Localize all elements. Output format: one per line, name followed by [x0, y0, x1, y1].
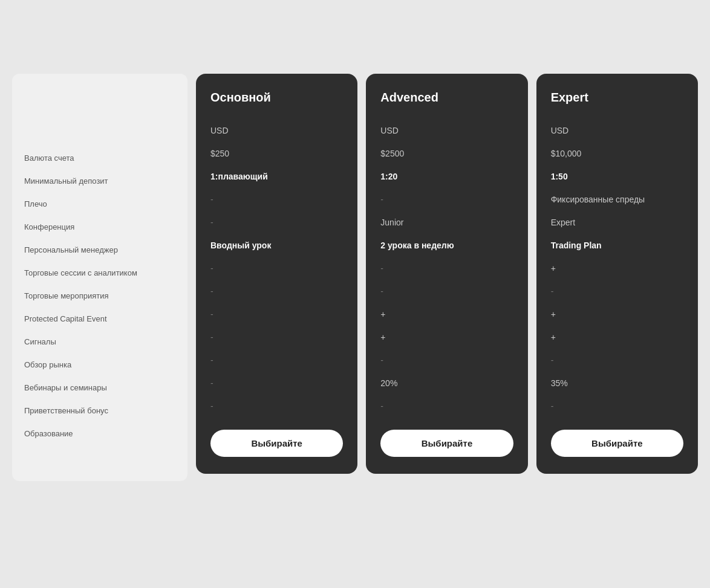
plan-value-advanced-4: Junior: [380, 211, 513, 234]
plan-values-expert: USD$10,0001:50Фиксированные спредыExpert…: [551, 119, 683, 418]
plan-value-advanced-5: 2 урока в неделю: [380, 234, 513, 257]
header: [0, 0, 710, 74]
plan-value-expert-8: +: [551, 303, 683, 326]
feature-label: Приветственный бонус: [24, 399, 175, 422]
plan-values-advanced: USD$25001:20-Junior2 урока в неделю--++-…: [380, 119, 513, 418]
plan-value-expert-6: +: [551, 257, 683, 280]
plan-title-advanced: Advenced: [380, 91, 513, 105]
plan-value-basic-4: -: [210, 211, 343, 234]
feature-label: Сигналы: [24, 330, 175, 353]
plan-value-advanced-1: $2500: [380, 142, 513, 165]
feature-label: Обзор рынка: [24, 353, 175, 376]
plan-value-expert-12: -: [551, 395, 683, 418]
plan-card-expert: ExpertUSD$10,0001:50Фиксированные спреды…: [536, 74, 698, 474]
plan-value-basic-6: -: [210, 257, 343, 280]
feature-label: Образование: [24, 422, 175, 445]
select-button-expert[interactable]: Выбирайте: [551, 430, 683, 457]
plans-list: ОсновнойUSD$2501:плавающий--Вводный урок…: [196, 74, 698, 474]
plan-value-expert-7: -: [551, 280, 683, 303]
plan-value-expert-10: -: [551, 349, 683, 372]
feature-label: Плечо: [24, 192, 175, 215]
plan-value-expert-11: 35%: [551, 372, 683, 395]
plan-value-expert-4: Expert: [551, 211, 683, 234]
feature-label: Вебинары и семинары: [24, 376, 175, 399]
plan-value-basic-1: $250: [210, 142, 343, 165]
plan-value-advanced-8: +: [380, 303, 513, 326]
plan-value-basic-2: 1:плавающий: [210, 165, 343, 188]
plans-container: ОсновнойUSD$2501:плавающий--Вводный урок…: [187, 74, 698, 474]
plan-value-expert-0: USD: [551, 119, 683, 142]
plan-value-basic-12: -: [210, 395, 343, 418]
plan-value-expert-2: 1:50: [551, 165, 683, 188]
feature-label: Конференция: [24, 215, 175, 238]
plan-value-advanced-0: USD: [380, 119, 513, 142]
plan-value-basic-0: USD: [210, 119, 343, 142]
plan-value-advanced-6: -: [380, 257, 513, 280]
features-column: Валюта счетаМинимальный депозитПлечоКонф…: [12, 74, 187, 481]
plan-value-advanced-9: +: [380, 326, 513, 349]
plan-value-advanced-7: -: [380, 280, 513, 303]
plan-value-expert-5: Trading Plan: [551, 234, 683, 257]
plan-card-basic: ОсновнойUSD$2501:плавающий--Вводный урок…: [196, 74, 357, 474]
plan-value-basic-8: -: [210, 303, 343, 326]
feature-label: Персональный менеджер: [24, 238, 175, 261]
feature-label: Торговые сессии с аналитиком: [24, 261, 175, 284]
plan-value-basic-11: -: [210, 372, 343, 395]
plan-value-advanced-11: 20%: [380, 372, 513, 395]
plan-title-basic: Основной: [210, 91, 343, 105]
feature-label: Protected Capital Event: [24, 307, 175, 330]
plan-value-basic-9: -: [210, 326, 343, 349]
plan-value-expert-1: $10,000: [551, 142, 683, 165]
features-list: Валюта счетаМинимальный депозитПлечоКонф…: [24, 146, 175, 445]
main-content: Валюта счетаМинимальный депозитПлечоКонф…: [0, 74, 710, 499]
plan-value-basic-7: -: [210, 280, 343, 303]
plan-value-basic-5: Вводный урок: [210, 234, 343, 257]
select-button-advanced[interactable]: Выбирайте: [380, 430, 513, 457]
plan-card-advanced: AdvencedUSD$25001:20-Junior2 урока в нед…: [366, 74, 527, 474]
plan-value-basic-10: -: [210, 349, 343, 372]
plan-title-expert: Expert: [551, 91, 683, 105]
plan-value-advanced-10: -: [380, 349, 513, 372]
plan-values-basic: USD$2501:плавающий--Вводный урок-------: [210, 119, 343, 418]
feature-label: Валюта счета: [24, 146, 175, 169]
plan-value-expert-3: Фиксированные спреды: [551, 188, 683, 211]
plan-value-advanced-3: -: [380, 188, 513, 211]
feature-label: Торговые мероприятия: [24, 284, 175, 307]
plan-value-advanced-12: -: [380, 395, 513, 418]
feature-label: Минимальный депозит: [24, 169, 175, 192]
plan-value-advanced-2: 1:20: [380, 165, 513, 188]
plan-value-basic-3: -: [210, 188, 343, 211]
select-button-basic[interactable]: Выбирайте: [210, 430, 343, 457]
plan-value-expert-9: +: [551, 326, 683, 349]
